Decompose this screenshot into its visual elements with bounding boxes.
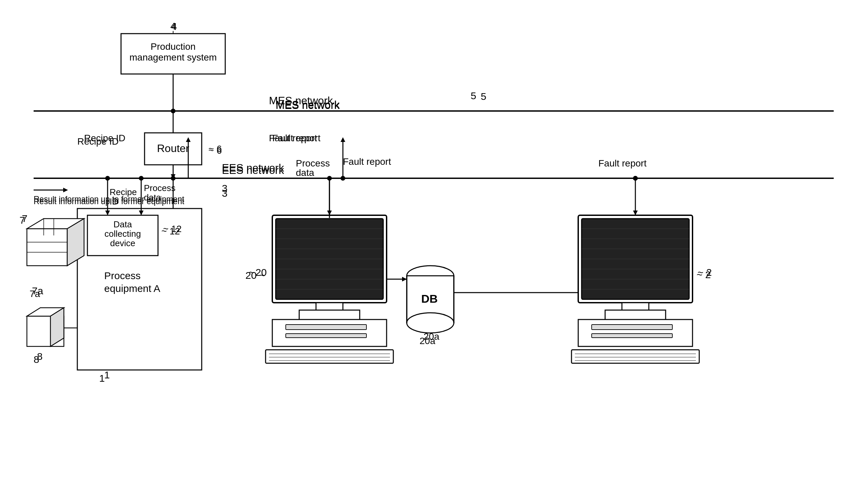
svg-text:Process: Process (104, 270, 141, 281)
svg-point-46 (105, 176, 110, 181)
svg-marker-122 (402, 277, 407, 281)
svg-text:Fault report: Fault report (598, 158, 647, 169)
svg-rect-74 (286, 325, 366, 330)
label-recipe-id-top: Recipe ID (77, 136, 119, 147)
svg-text:Router: Router (157, 142, 189, 154)
ref-20: 20 ~ (245, 270, 265, 281)
svg-rect-110 (592, 325, 672, 330)
ref-5: 5 (481, 91, 487, 102)
mes-network-label: MES network (276, 99, 340, 112)
svg-point-94 (341, 176, 345, 181)
ref-6: ~ 6 (209, 145, 222, 156)
svg-text:data: data (296, 168, 314, 178)
svg-rect-48 (27, 229, 67, 266)
svg-marker-118 (633, 211, 638, 215)
svg-rect-76 (266, 350, 393, 363)
svg-rect-75 (286, 334, 366, 338)
label-ees-network: EES network (222, 164, 284, 177)
ref-7: 7 (20, 215, 25, 226)
label-result-info: Result information up to former equipmen… (34, 197, 184, 206)
ref-7a: 7a (30, 288, 40, 299)
ref-3: 3 (222, 188, 227, 199)
svg-point-125 (633, 176, 638, 181)
ref-4: 4 (172, 21, 177, 32)
svg-text:Recipe: Recipe (110, 187, 137, 197)
svg-rect-73 (272, 319, 386, 346)
label-fault-report-top: Fault report (272, 133, 320, 144)
svg-text:device: device (110, 238, 135, 248)
svg-text:DB: DB (421, 292, 438, 305)
svg-rect-109 (578, 319, 692, 346)
svg-point-47 (139, 176, 144, 181)
svg-rect-111 (592, 334, 672, 338)
svg-point-84 (407, 313, 454, 333)
ref-1: 1 (99, 373, 105, 384)
svg-text:1: 1 (104, 369, 110, 381)
ref-12: ~ 12 (161, 226, 180, 237)
svg-text:management system: management system (129, 52, 217, 63)
svg-text:Fault report: Fault report (343, 156, 391, 167)
svg-text:collecting: collecting (104, 229, 141, 239)
ref-8: 8 (34, 354, 39, 365)
svg-text:Data: Data (114, 219, 132, 230)
svg-text:Process: Process (296, 158, 330, 169)
svg-rect-112 (571, 350, 699, 363)
svg-text:Production: Production (151, 41, 196, 52)
svg-text:Process: Process (144, 183, 176, 193)
svg-marker-92 (341, 137, 345, 142)
ref-20a: 20a (420, 336, 435, 346)
svg-text:equipment A: equipment A (104, 283, 160, 294)
svg-text:5: 5 (471, 90, 476, 101)
svg-marker-22 (63, 188, 68, 192)
ref-2: ~ 2 (696, 269, 711, 280)
